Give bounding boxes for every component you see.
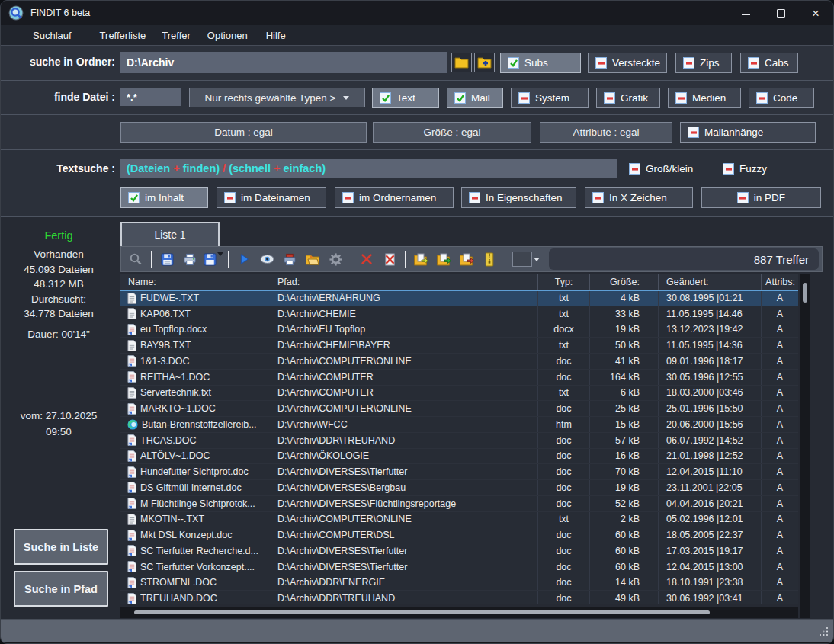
toggle-grafik[interactable]: Grafik (596, 88, 660, 108)
menu-trefferliste[interactable]: Trefferliste (100, 30, 146, 41)
tab-liste-1-label: Liste 1 (154, 229, 185, 241)
vertical-scrollbar-thumb[interactable] (803, 283, 807, 303)
toggle-im-ordnernamen[interactable]: im Ordnernamen (335, 187, 454, 208)
menu-hilfe[interactable]: Hilfe (266, 30, 286, 41)
table-row[interactable]: Mkt DSL Konzept.docD:\Archiv\COMPUTER\DS… (120, 527, 798, 543)
cell-type: docx (538, 322, 590, 338)
table-row[interactable]: STROMFNL.DOCD:\Archiv\DDR\ENERGIEdoc14 k… (120, 575, 798, 591)
toggle-subs[interactable]: Subs (500, 53, 581, 73)
toggle-label: in PDF (754, 192, 785, 203)
tab-liste-1[interactable]: Liste 1 (120, 222, 220, 246)
file-pattern-input[interactable] (120, 88, 181, 106)
table-row[interactable]: M Flüchtlinge Sichtprotok...D:\Archiv\DI… (120, 496, 798, 512)
preview-eye-button[interactable] (255, 248, 278, 270)
text-search-input[interactable]: (Dateien + finden) / (schnell + einfach) (120, 159, 617, 178)
table-row[interactable]: KAP06.TXTD:\Archiv\CHEMIEtxt33 kB11.05.1… (120, 306, 798, 322)
table-row[interactable]: DS Giftmüll Internet.docD:\Archiv\DIVERS… (120, 480, 798, 496)
table-row[interactable]: THCAS.DOCD:\Archiv\DDR\TREUHANDdoc57 kB0… (120, 433, 798, 449)
toggle-code[interactable]: Code (749, 88, 814, 108)
stat-line: 48.312 MB (1, 277, 117, 292)
maximize-button[interactable] (763, 1, 798, 25)
table-row[interactable]: BAY9B.TXTD:\Archiv\CHEMIE\BAYERtxt50 kB1… (120, 338, 798, 354)
export-move-button[interactable] (432, 248, 455, 270)
delete-list-button[interactable] (378, 248, 401, 270)
toggle-in-pdf[interactable]: in PDF (701, 187, 821, 208)
resize-grip-icon[interactable] (819, 626, 829, 636)
toggle-im-dateinamen[interactable]: im Dateinamen (217, 187, 326, 208)
table-row[interactable]: ALTÖLV~1.DOCD:\Archiv\ÖKOLOGIEdoc16 kB21… (120, 449, 798, 465)
run-button[interactable] (233, 248, 255, 270)
toggle-system[interactable]: System (511, 88, 589, 108)
cell-attribs: A (762, 449, 798, 464)
print-button[interactable] (178, 248, 201, 270)
minimize-button[interactable] (728, 1, 763, 25)
column-header-geändert[interactable]: Geändert: (659, 274, 762, 290)
toggle-in-x-zeichen[interactable]: In X Zeichen (585, 187, 693, 208)
checkbox-unchecked-icon (224, 192, 236, 203)
table-row[interactable]: Servertechnik.txtD:\Archiv\COMPUTERtxt6 … (120, 386, 798, 402)
button-suche-in-liste[interactable]: Suche in Liste (14, 529, 108, 565)
table-row[interactable]: SC Tierfutter Vorkonzept....D:\Archiv\DI… (120, 559, 798, 575)
table-row[interactable]: Hundefutter Sichtprot.docD:\Archiv\DIVER… (120, 464, 798, 480)
table-row[interactable]: 1&1-3.DOCD:\Archiv\COMPUTER\ONLINEdoc41 … (120, 354, 798, 370)
table-row[interactable]: MKOTIN--.TXTD:\Archiv\COMPUTER\ONLINEtxt… (120, 512, 798, 528)
vertical-scrollbar[interactable] (800, 274, 810, 618)
close-button[interactable]: × (798, 1, 833, 25)
toggle-im-inhalt[interactable]: im Inhalt (120, 187, 208, 208)
toggle-medien[interactable]: Medien (668, 88, 741, 108)
filter-button-größe[interactable]: Größe : egal (373, 122, 531, 143)
table-row[interactable]: MARKTO~1.DOCD:\Archiv\COMPUTER\ONLINEdoc… (120, 401, 798, 417)
toggle-fuzzy[interactable]: Fuzzy (716, 159, 769, 179)
horizontal-scrollbar-thumb[interactable] (134, 610, 710, 614)
toggle-label: Mailanhänge (704, 127, 763, 138)
table-row[interactable]: Butan-Brennstoffzellereib...D:\Archiv\WF… (120, 417, 798, 433)
toggle-text[interactable]: Text (372, 88, 439, 108)
settings-gear-button[interactable] (324, 248, 347, 270)
query-part: + (274, 162, 284, 175)
toggle-mail[interactable]: Mail (447, 88, 503, 108)
column-header-größe[interactable]: Größe: (590, 274, 659, 290)
column-header-pfad[interactable]: Pfad: (271, 274, 538, 290)
cell-size: 2 kB (590, 512, 659, 527)
export-remove-button[interactable] (455, 248, 478, 270)
toggle-zips[interactable]: Zips (675, 53, 732, 73)
export-copy-button[interactable] (409, 248, 432, 270)
toggle-label: im Ordnernamen (359, 192, 436, 203)
open-folder-button[interactable] (301, 248, 324, 270)
filter-dropdown-button[interactable] (509, 248, 543, 270)
print-report-button[interactable] (278, 248, 301, 270)
horizontal-scrollbar[interactable] (120, 607, 798, 618)
search-button[interactable] (124, 248, 147, 270)
browse-folder-button[interactable] (451, 53, 472, 72)
save-as-button[interactable] (201, 248, 224, 270)
toggle-groß-klein[interactable]: Groß/klein (622, 159, 698, 179)
cell-type: doc (538, 370, 590, 385)
menu-optionen[interactable]: Optionen (207, 30, 248, 41)
table-row[interactable]: TREUHAND.DOCD:\Archiv\DDR\TREUHANDdoc49 … (120, 591, 798, 604)
toggle-cabs[interactable]: Cabs (740, 53, 798, 73)
save-button[interactable] (156, 248, 178, 270)
add-folder-button[interactable] (474, 53, 495, 72)
column-header-name[interactable]: Name: (120, 274, 271, 290)
table-row[interactable]: REITHA~1.DOCD:\Archiv\COMPUTERdoc164 kB3… (120, 370, 798, 386)
filter-button-attribute[interactable]: Attribute : egal (540, 122, 672, 143)
type-filter-dropdown[interactable]: Nur rechts gewählte Typen > (189, 88, 365, 107)
menu-treffer[interactable]: Treffer (162, 30, 191, 41)
table-row[interactable]: SC Tierfutter Recherche.d...D:\Archiv\DI… (120, 543, 798, 559)
button-suche-in-pfad[interactable]: Suche in Pfad (14, 571, 108, 607)
toggle-mailanhänge[interactable]: Mailanhänge (680, 122, 816, 143)
search-folder-input[interactable] (120, 52, 447, 73)
toggle-in-eigenschaften[interactable]: In Eigenschaften (461, 187, 576, 208)
cell-modified: 11.05.1995 |14:46 (659, 306, 762, 322)
zip-button[interactable] (478, 248, 501, 270)
menu-suchlauf[interactable]: Suchlauf (33, 30, 72, 41)
table-row[interactable]: eu Topflop.docxD:\Archiv\EU Topflopdocx1… (120, 322, 798, 338)
type-filter-dropdown-label: Nur rechts gewählte Typen > (205, 92, 336, 104)
table-row[interactable]: FUDWE-.TXTD:\Archiv\ERNÄHRUNGtxt4 kB30.0… (120, 290, 798, 306)
delete-button[interactable] (355, 248, 378, 270)
column-header-typ[interactable]: Typ: (538, 274, 590, 290)
column-header-attribs[interactable]: Attribs: (762, 274, 798, 290)
cell-name: STROMFNL.DOC (120, 575, 271, 591)
toggle-versteckte[interactable]: Versteckte (588, 53, 667, 73)
filter-button-datum[interactable]: Datum : egal (120, 122, 367, 143)
